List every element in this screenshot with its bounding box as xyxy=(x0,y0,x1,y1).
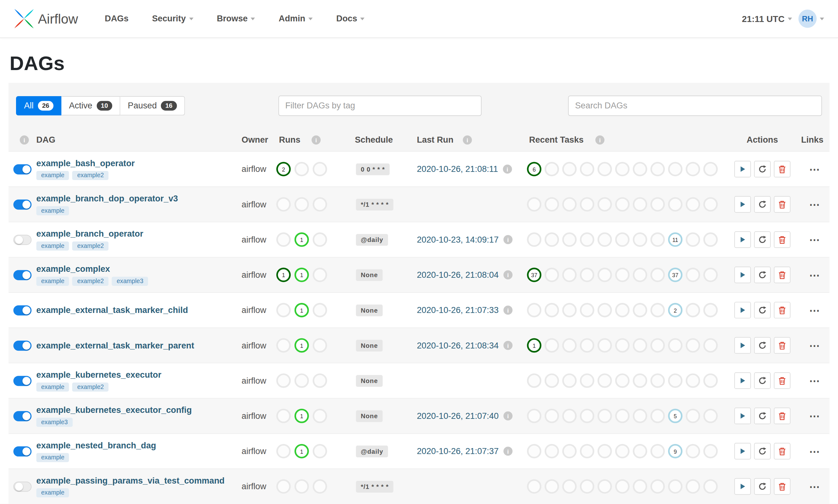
task-state-circle[interactable] xyxy=(650,479,665,493)
task-state-circle[interactable] xyxy=(545,162,559,176)
schedule-badge[interactable]: 0 0 * * * xyxy=(356,163,390,175)
task-state-circle[interactable] xyxy=(580,162,594,176)
trigger-dag-button[interactable] xyxy=(734,372,751,389)
dag-tag[interactable]: example2 xyxy=(72,382,108,392)
trigger-dag-button[interactable] xyxy=(734,196,751,213)
brand[interactable]: Airflow xyxy=(14,8,78,29)
dag-links-button[interactable]: ⋯ xyxy=(805,328,824,363)
dag-name-link[interactable]: example_nested_branch_dag xyxy=(36,440,156,450)
refresh-dag-button[interactable] xyxy=(754,231,771,248)
dag-name-link[interactable]: example_external_task_marker_parent xyxy=(36,341,194,350)
task-state-circle[interactable] xyxy=(685,479,700,493)
task-state-circle[interactable] xyxy=(668,338,682,353)
delete-dag-button[interactable] xyxy=(774,443,790,460)
dag-run-circle[interactable] xyxy=(276,233,291,247)
task-state-circle[interactable] xyxy=(598,409,612,423)
dag-pause-toggle[interactable] xyxy=(14,305,32,315)
task-state-circle[interactable] xyxy=(562,268,577,282)
dag-tag[interactable]: example xyxy=(36,206,70,215)
task-state-circle[interactable] xyxy=(633,409,647,423)
dag-links-button[interactable]: ⋯ xyxy=(805,469,824,504)
task-state-circle[interactable] xyxy=(650,197,665,212)
dag-run-circle[interactable]: 1 xyxy=(295,268,309,282)
refresh-dag-button[interactable] xyxy=(754,267,771,283)
dag-run-circle[interactable] xyxy=(276,338,291,353)
task-state-circle[interactable] xyxy=(633,162,647,176)
task-state-circle[interactable] xyxy=(598,338,612,353)
task-state-circle[interactable]: 6 xyxy=(527,162,541,176)
task-state-circle[interactable] xyxy=(580,409,594,423)
dag-run-circle[interactable]: 1 xyxy=(295,444,309,458)
dag-links-button[interactable]: ⋯ xyxy=(805,258,824,292)
refresh-dag-button[interactable] xyxy=(754,443,771,460)
task-state-circle[interactable] xyxy=(633,268,647,282)
trigger-dag-button[interactable] xyxy=(734,408,751,424)
task-state-circle[interactable] xyxy=(580,373,594,388)
task-state-circle[interactable] xyxy=(615,479,629,493)
task-state-circle[interactable] xyxy=(545,197,559,212)
task-state-circle[interactable] xyxy=(527,479,541,493)
dag-run-circle[interactable]: 1 xyxy=(295,233,309,247)
trigger-dag-button[interactable] xyxy=(734,161,751,178)
nav-item-browse[interactable]: Browse xyxy=(217,14,255,23)
dag-name-link[interactable]: example_complex xyxy=(36,264,110,274)
task-state-circle[interactable]: 9 xyxy=(668,444,682,458)
nav-item-dags[interactable]: DAGs xyxy=(105,14,128,23)
dag-pause-toggle[interactable] xyxy=(14,481,32,491)
dag-run-circle[interactable]: 2 xyxy=(276,162,291,176)
dag-run-circle[interactable] xyxy=(313,338,327,353)
task-state-circle[interactable] xyxy=(580,303,594,317)
task-state-circle[interactable] xyxy=(633,338,647,353)
task-state-circle[interactable] xyxy=(527,303,541,317)
tag-filter-input[interactable] xyxy=(278,95,481,116)
dag-run-circle[interactable] xyxy=(313,268,327,282)
dag-links-button[interactable]: ⋯ xyxy=(805,187,824,222)
last-run-link[interactable]: 2020-10-26, 21:08:11 xyxy=(417,164,498,174)
dag-run-circle[interactable] xyxy=(276,373,291,388)
dag-pause-toggle[interactable] xyxy=(14,411,32,421)
dag-run-circle[interactable] xyxy=(276,197,291,212)
dag-tag[interactable]: example3 xyxy=(112,276,148,286)
trigger-dag-button[interactable] xyxy=(734,267,751,283)
dag-run-circle[interactable] xyxy=(295,197,309,212)
dag-links-button[interactable]: ⋯ xyxy=(805,222,824,257)
nav-item-docs[interactable]: Docs xyxy=(336,14,364,23)
dag-run-circle[interactable] xyxy=(295,479,309,493)
refresh-dag-button[interactable] xyxy=(754,161,771,178)
task-state-circle[interactable] xyxy=(545,444,559,458)
task-state-circle[interactable] xyxy=(650,268,665,282)
dag-run-circle[interactable] xyxy=(276,444,291,458)
task-state-circle[interactable] xyxy=(685,162,700,176)
task-state-circle[interactable] xyxy=(562,373,577,388)
task-state-circle[interactable] xyxy=(615,373,629,388)
task-state-circle[interactable] xyxy=(527,373,541,388)
task-state-circle[interactable] xyxy=(703,268,718,282)
task-state-circle[interactable] xyxy=(703,479,718,493)
dag-run-circle[interactable]: 1 xyxy=(295,338,309,353)
task-state-circle[interactable] xyxy=(650,338,665,353)
dag-run-circle[interactable] xyxy=(313,444,327,458)
task-state-circle[interactable] xyxy=(615,444,629,458)
task-state-circle[interactable] xyxy=(562,233,577,247)
refresh-dag-button[interactable] xyxy=(754,372,771,389)
task-state-circle[interactable] xyxy=(633,303,647,317)
refresh-dag-button[interactable] xyxy=(754,408,771,424)
task-state-circle[interactable] xyxy=(650,162,665,176)
dag-pause-toggle[interactable] xyxy=(14,234,32,245)
task-state-circle[interactable] xyxy=(615,303,629,317)
task-state-circle[interactable]: 2 xyxy=(668,303,682,317)
task-state-circle[interactable] xyxy=(562,409,577,423)
task-state-circle[interactable] xyxy=(650,444,665,458)
last-run-link[interactable]: 2020-10-26, 21:07:33 xyxy=(417,305,499,315)
task-state-circle[interactable] xyxy=(685,197,700,212)
dag-run-circle[interactable] xyxy=(295,162,309,176)
dag-tag[interactable]: example2 xyxy=(72,170,108,180)
refresh-dag-button[interactable] xyxy=(754,337,771,354)
dag-name-link[interactable]: example_kubernetes_executor_config xyxy=(36,405,192,415)
task-state-circle[interactable] xyxy=(562,338,577,353)
task-state-circle[interactable] xyxy=(598,373,612,388)
task-state-circle[interactable] xyxy=(598,303,612,317)
dag-tag[interactable]: example3 xyxy=(36,418,73,427)
dag-name-link[interactable]: example_branch_operator xyxy=(36,229,143,239)
task-state-circle[interactable] xyxy=(598,233,612,247)
